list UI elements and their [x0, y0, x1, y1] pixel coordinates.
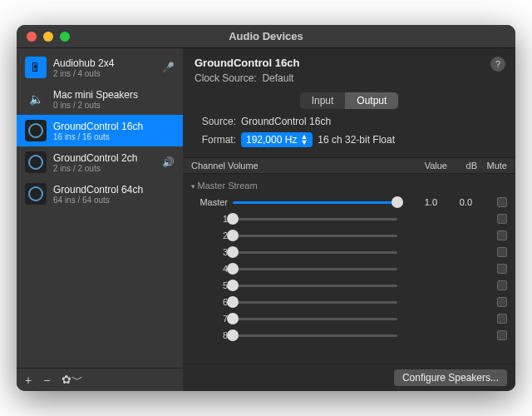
sidebar-toolbar: + − ✿﹀	[17, 368, 183, 391]
mute-checkbox[interactable]	[497, 264, 507, 274]
close-icon[interactable]	[27, 32, 37, 42]
channel-slider[interactable]	[233, 268, 397, 270]
source-value: GroundControl 16ch	[241, 116, 331, 127]
channel-slider[interactable]	[233, 334, 397, 337]
minimize-icon[interactable]	[43, 32, 53, 42]
format-rate-select[interactable]: 192,000 Hz ▲▼	[241, 132, 313, 147]
mute-checkbox[interactable]	[497, 314, 507, 324]
channel-table-header: Channel Volume Value dB Mute	[183, 157, 515, 174]
mute-checkbox[interactable]	[497, 214, 507, 224]
tab-input[interactable]: Input	[300, 92, 346, 109]
add-button[interactable]: +	[25, 374, 32, 387]
device-list: 🎚 Audiohub 2x4 2 ins / 4 outs 🎤 🔈 Mac mi…	[17, 48, 183, 368]
detail-panel: GroundControl 16ch ? Clock Source: Defau…	[183, 48, 515, 391]
mute-checkbox[interactable]	[497, 280, 507, 290]
channel-row: 1	[191, 210, 507, 227]
device-name: GroundControl 16ch	[53, 121, 175, 132]
device-io: 64 ins / 64 outs	[53, 196, 175, 205]
channel-slider[interactable]	[233, 251, 397, 254]
device-groundcontrol-64[interactable]: GroundControl 64ch 64 ins / 64 outs	[17, 178, 183, 210]
device-groundcontrol-16[interactable]: GroundControl 16ch 16 ins / 16 outs	[17, 115, 183, 146]
device-icon: 🎚	[25, 57, 47, 78]
channel-row: 8	[191, 327, 507, 344]
device-groundcontrol-2[interactable]: GroundControl 2ch 2 ins / 2 outs 🔊	[17, 146, 183, 178]
io-tabs: Input Output	[183, 92, 515, 109]
device-io: 2 ins / 4 outs	[53, 69, 155, 78]
channel-row: 7	[191, 310, 507, 327]
channel-slider[interactable]	[233, 218, 397, 220]
mute-checkbox[interactable]	[497, 330, 507, 340]
zoom-icon[interactable]	[60, 32, 70, 42]
speaker-icon: 🔈	[25, 88, 47, 110]
mute-checkbox[interactable]	[497, 247, 507, 257]
format-label: Format:	[195, 134, 236, 146]
window-title: Audio Devices	[17, 30, 515, 42]
mute-checkbox[interactable]	[497, 230, 507, 240]
gear-icon[interactable]: ✿﹀	[62, 373, 83, 388]
volume-icon: 🔊	[162, 156, 175, 168]
device-name: Mac mini Speakers	[53, 89, 175, 101]
device-name: GroundControl 64ch	[53, 184, 175, 196]
tab-output[interactable]: Output	[345, 92, 398, 109]
device-audiohub[interactable]: 🎚 Audiohub 2x4 2 ins / 4 outs 🎤	[17, 52, 183, 83]
stream-list: Master Stream Master 1.0 0.0 1 2	[183, 174, 515, 364]
device-io: 2 ins / 2 outs	[53, 164, 155, 173]
format-description: 16 ch 32-bit Float	[318, 134, 395, 146]
channel-slider[interactable]	[233, 301, 397, 304]
device-io: 0 ins / 2 outs	[53, 101, 175, 110]
help-icon[interactable]: ?	[490, 57, 505, 72]
stream-header[interactable]: Master Stream	[191, 177, 507, 194]
mute-checkbox[interactable]	[497, 297, 507, 307]
device-macmini-speakers[interactable]: 🔈 Mac mini Speakers 0 ins / 2 outs	[17, 83, 183, 115]
mute-checkbox[interactable]	[497, 197, 507, 207]
device-sidebar: 🎚 Audiohub 2x4 2 ins / 4 outs 🎤 🔈 Mac mi…	[17, 48, 183, 391]
channel-slider[interactable]	[233, 318, 397, 320]
detail-title: GroundControl 16ch	[195, 57, 504, 69]
device-name: GroundControl 2ch	[53, 152, 155, 164]
device-io: 16 ins / 16 outs	[53, 132, 175, 141]
device-name: Audiohub 2x4	[53, 57, 155, 69]
mic-icon: 🎤	[162, 62, 175, 73]
device-icon	[25, 151, 47, 173]
channel-row: 5	[191, 277, 507, 294]
titlebar: Audio Devices	[17, 25, 515, 48]
channel-row: 2	[191, 227, 507, 244]
audio-devices-window: Audio Devices 🎚 Audiohub 2x4 2 ins / 4 o…	[17, 25, 515, 391]
source-label: Source:	[195, 116, 236, 127]
master-slider[interactable]	[233, 201, 397, 204]
configure-speakers-button[interactable]: Configure Speakers...	[394, 369, 507, 386]
channel-slider[interactable]	[233, 285, 397, 287]
channel-row: 6	[191, 294, 507, 310]
clock-source: Clock Source: Default	[195, 72, 504, 84]
channel-master: Master 1.0 0.0	[191, 194, 507, 210]
remove-button[interactable]: −	[43, 374, 50, 387]
device-icon	[25, 183, 47, 205]
channel-slider[interactable]	[233, 235, 397, 237]
stepper-icon: ▲▼	[300, 134, 308, 146]
device-icon	[25, 120, 47, 141]
channel-row: 4	[191, 260, 507, 277]
channel-row: 3	[191, 244, 507, 260]
